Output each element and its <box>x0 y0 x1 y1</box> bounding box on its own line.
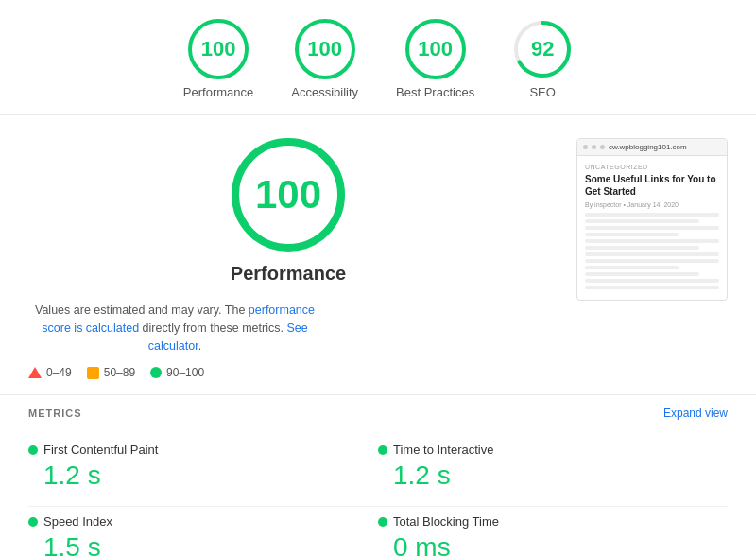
metrics-title: METRICS <box>28 408 82 419</box>
tti-value: 1.2 s <box>393 460 728 491</box>
legend-good: 90–100 <box>150 366 204 379</box>
preview-content: UNCATEGORIZED Some Useful Links for You … <box>577 156 727 300</box>
score-best-practices[interactable]: 100 Best Practices <box>396 19 474 99</box>
preview-title: Some Useful Links for You to Get Started <box>585 173 719 198</box>
good-icon <box>150 367 162 378</box>
scores-bar: 100 Performance 100 Accessibility 100 Be… <box>0 0 756 115</box>
accessibility-circle: 100 <box>295 19 355 79</box>
tti-name: Time to Interactive <box>393 443 493 457</box>
big-score-wrap: 100 Performance <box>28 138 548 292</box>
seo-label: SEO <box>529 85 555 99</box>
performance-circle: 100 <box>188 19 249 79</box>
good-range: 90–100 <box>166 366 204 379</box>
description-text: Values are estimated and may vary. The p… <box>28 302 321 355</box>
metrics-header: METRICS Expand view <box>28 395 728 435</box>
metrics-section: METRICS Expand view First Contentful Pai… <box>0 394 756 556</box>
left-panel: 100 Performance Values are estimated and… <box>28 138 548 379</box>
accessibility-label: Accessibility <box>291 85 358 99</box>
si-value: 1.5 s <box>43 532 378 556</box>
si-name: Speed Index <box>43 514 112 529</box>
best-practices-label: Best Practices <box>396 85 474 99</box>
performance-value: 100 <box>201 37 236 61</box>
big-score-label: Performance <box>231 263 346 285</box>
big-score-value: 100 <box>255 172 321 217</box>
legend-average: 50–89 <box>87 366 135 379</box>
preview-category: UNCATEGORIZED <box>585 164 719 170</box>
score-accessibility[interactable]: 100 Accessibility <box>291 19 358 99</box>
tti-dot <box>378 445 387 455</box>
performance-label: Performance <box>183 85 253 99</box>
score-performance[interactable]: 100 Performance <box>183 19 253 99</box>
metrics-grid: First Contentful Paint 1.2 s Time to Int… <box>28 435 728 556</box>
fcp-name: First Contentful Paint <box>43 443 158 457</box>
fcp-dot <box>28 445 38 455</box>
site-preview-panel: cw.wpblogging101.com UNCATEGORIZED Some … <box>576 138 728 379</box>
preview-browser-bar: cw.wpblogging101.com <box>577 139 727 156</box>
best-practices-value: 100 <box>418 37 453 61</box>
si-dot <box>28 517 38 527</box>
average-range: 50–89 <box>104 366 135 379</box>
fail-range: 0–49 <box>46 366 72 379</box>
best-practices-circle: 100 <box>405 19 466 79</box>
preview-meta: By inspector • January 14, 2020 <box>585 201 719 208</box>
seo-circle: 92 <box>512 19 573 79</box>
metric-tbt: Total Blocking Time 0 ms <box>378 507 728 556</box>
preview-url: cw.wpblogging101.com <box>609 143 687 151</box>
tbt-value: 0 ms <box>393 532 728 556</box>
site-preview: cw.wpblogging101.com UNCATEGORIZED Some … <box>576 138 728 301</box>
average-icon <box>87 367 99 379</box>
metric-tti: Time to Interactive 1.2 s <box>378 435 728 506</box>
big-performance-circle: 100 <box>232 138 345 252</box>
score-seo[interactable]: 92 SEO <box>512 19 573 99</box>
legend-fail: 0–49 <box>28 366 72 379</box>
accessibility-value: 100 <box>307 37 342 61</box>
metric-si: Speed Index 1.5 s <box>28 507 378 556</box>
main-panel: 100 Performance Values are estimated and… <box>0 115 756 394</box>
tbt-dot <box>378 517 387 527</box>
fcp-value: 1.2 s <box>43 460 378 491</box>
seo-value: 92 <box>531 37 554 61</box>
metric-fcp: First Contentful Paint 1.2 s <box>28 435 378 506</box>
expand-view-button[interactable]: Expand view <box>663 407 728 420</box>
fail-icon <box>28 367 42 378</box>
tbt-name: Total Blocking Time <box>393 514 499 529</box>
legend: 0–49 50–89 90–100 <box>28 366 204 379</box>
